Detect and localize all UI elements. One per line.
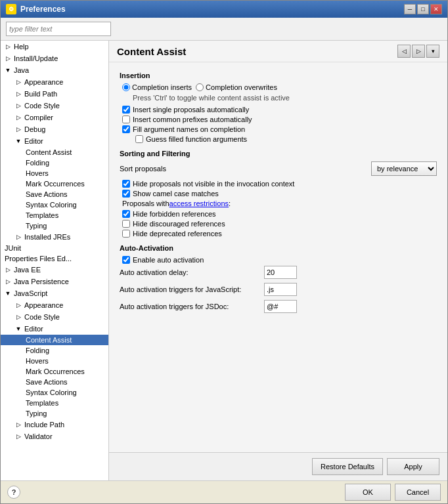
ok-cancel-buttons: OK Cancel xyxy=(345,484,441,501)
minimize-button[interactable]: ─ xyxy=(404,4,416,14)
ok-button[interactable]: OK xyxy=(345,484,391,501)
tree-label: Compiler xyxy=(23,114,53,121)
hide-discouraged-label[interactable]: Hide discouraged references xyxy=(122,220,225,228)
tree-item-saveactions-js[interactable]: Save Actions xyxy=(1,377,108,387)
tree-item-templates-js[interactable]: Templates xyxy=(1,398,108,408)
completion-overwrites-label[interactable]: Completion overwrites xyxy=(196,83,277,91)
tree-item-help[interactable]: ▷ Help xyxy=(1,41,108,52)
enable-auto-activation-label[interactable]: Enable auto activation xyxy=(122,256,204,264)
close-button[interactable]: ✕ xyxy=(430,4,442,14)
footer-bar: ? OK Cancel xyxy=(1,480,447,503)
right-body: Insertion Completion inserts Completion … xyxy=(109,62,447,452)
delay-input[interactable] xyxy=(264,266,297,279)
expand-icon: ▼ xyxy=(14,136,23,146)
tree-item-compiler[interactable]: ▷ Compiler xyxy=(1,112,108,123)
tree-item-typing-java[interactable]: Typing xyxy=(1,220,108,231)
tree-item-hovers-java[interactable]: Hovers xyxy=(1,168,108,178)
sort-proposals-select[interactable]: by relevance alphabetically xyxy=(371,161,437,176)
hide-discouraged-checkbox[interactable] xyxy=(122,220,130,228)
tree-item-editor-java[interactable]: ▼ Editor xyxy=(1,135,108,147)
apply-button[interactable]: Apply xyxy=(387,458,439,475)
proposals-prefix-text: Proposals with xyxy=(122,200,169,207)
tree-item-codestyle-java[interactable]: ▷ Code Style xyxy=(1,100,108,112)
hide-deprecated-text: Hide deprecated references xyxy=(133,230,222,238)
tree-item-markoccurrences-java[interactable]: Mark Occurrences xyxy=(1,178,108,189)
hide-proposals-checkbox[interactable] xyxy=(122,180,130,188)
tree-item-appearance-java[interactable]: ▷ Appearance xyxy=(1,76,108,88)
tree-item-properties-files[interactable]: Properties Files Ed... xyxy=(1,253,108,264)
guess-filled-checkbox[interactable] xyxy=(135,135,143,143)
insert-single-checkbox[interactable] xyxy=(122,106,130,114)
help-icon[interactable]: ? xyxy=(7,486,20,499)
tree-label: Hovers xyxy=(24,357,49,365)
tree-item-typing-js[interactable]: Typing xyxy=(1,408,108,419)
camel-case-checkbox[interactable] xyxy=(122,190,130,198)
tree-label: Debug xyxy=(23,125,45,133)
hide-deprecated-label[interactable]: Hide deprecated references xyxy=(122,230,222,238)
maximize-button[interactable]: □ xyxy=(417,4,429,14)
insert-common-label[interactable]: Insert common prefixes automatically xyxy=(122,116,252,123)
tree-item-install[interactable]: ▷ Install/Update xyxy=(1,52,108,64)
filter-input[interactable] xyxy=(6,22,111,36)
tree-label: Hovers xyxy=(24,169,49,177)
tree-item-contentassist-java[interactable]: Content Assist xyxy=(1,147,108,158)
insert-single-label[interactable]: Insert single proposals automatically xyxy=(122,106,249,114)
js-triggers-input[interactable] xyxy=(264,283,297,296)
guess-filled-label[interactable]: Guess filled function arguments xyxy=(135,135,247,143)
tree-item-templates-java[interactable]: Templates xyxy=(1,210,108,220)
tree-item-validator[interactable]: ▷ Validator xyxy=(1,430,108,442)
cancel-button[interactable]: Cancel xyxy=(395,484,441,501)
tree-item-saveactions-java[interactable]: Save Actions xyxy=(1,189,108,200)
tree-label: Build Path xyxy=(23,90,57,98)
tree-item-contentassist-js[interactable]: Content Assist xyxy=(1,335,108,345)
header-controls: ◁ ▷ ▾ xyxy=(397,45,439,58)
menu-button[interactable]: ▾ xyxy=(426,45,439,58)
page-title: Content Assist xyxy=(117,46,186,57)
hide-deprecated-checkbox[interactable] xyxy=(122,230,130,238)
tree-item-buildpath[interactable]: ▷ Build Path xyxy=(1,88,108,100)
jsdoc-triggers-input[interactable] xyxy=(264,300,297,313)
tree-item-codestyle-js[interactable]: ▷ Code Style xyxy=(1,311,108,323)
tree-item-includepath[interactable]: ▷ Include Path xyxy=(1,419,108,430)
completion-inserts-radio[interactable] xyxy=(122,83,130,91)
tree-item-java[interactable]: ▼ Java xyxy=(1,64,108,76)
forward-button[interactable]: ▷ xyxy=(412,45,425,58)
fill-argument-checkbox[interactable] xyxy=(122,125,130,133)
restore-defaults-button[interactable]: Restore Defaults xyxy=(312,458,383,475)
hide-forbidden-checkbox[interactable] xyxy=(122,210,130,218)
tree-item-markoccurrences-js[interactable]: Mark Occurrences xyxy=(1,366,108,377)
hide-proposals-text: Hide proposals not visible in the invoca… xyxy=(133,180,294,188)
tree-item-appearance-js[interactable]: ▷ Appearance xyxy=(1,299,108,311)
camel-case-label[interactable]: Show camel case matches xyxy=(122,190,219,198)
tree-item-folding-java[interactable]: Folding xyxy=(1,158,108,168)
tree-item-editor-js[interactable]: ▼ Editor xyxy=(1,323,108,335)
tree-item-junit[interactable]: JUnit xyxy=(1,243,108,253)
insert-common-checkbox[interactable] xyxy=(122,116,130,123)
tree-item-debug[interactable]: ▷ Debug xyxy=(1,123,108,135)
tree-item-installedjres[interactable]: ▷ Installed JREs xyxy=(1,231,108,243)
hide-forbidden-label[interactable]: Hide forbidden references xyxy=(122,210,216,218)
jsdoc-triggers-row: Auto activation triggers for JSDoc: xyxy=(120,300,437,313)
tree-label: Folding xyxy=(24,346,49,354)
tree-item-syntaxcoloring-java[interactable]: Syntax Coloring xyxy=(1,200,108,210)
js-triggers-label: Auto activation triggers for JavaScript: xyxy=(120,285,264,293)
tree-item-javascript[interactable]: ▼ JavaScript xyxy=(1,287,108,299)
tree-label: Save Actions xyxy=(24,378,68,386)
tree-item-syntaxcoloring-js[interactable]: Syntax Coloring xyxy=(1,387,108,398)
completion-overwrites-radio[interactable] xyxy=(196,83,204,91)
enable-auto-activation-checkbox[interactable] xyxy=(122,256,130,264)
fill-argument-label[interactable]: Fill argument names on completion xyxy=(122,125,245,133)
tree-item-javaee[interactable]: ▷ Java EE xyxy=(1,264,108,276)
completion-inserts-label[interactable]: Completion inserts xyxy=(122,83,192,91)
filter-bar xyxy=(1,18,447,41)
tree-item-javapersistence[interactable]: ▷ Java Persistence xyxy=(1,276,108,287)
tree-item-folding-js[interactable]: Folding xyxy=(1,345,108,356)
ctrl-hint-text: Press 'Ctrl' to toggle while content ass… xyxy=(133,94,437,102)
hide-proposals-label[interactable]: Hide proposals not visible in the invoca… xyxy=(122,180,294,188)
tree-item-hovers-js[interactable]: Hovers xyxy=(1,356,108,366)
expand-icon: ▷ xyxy=(14,420,23,429)
tree-label: Appearance xyxy=(23,301,63,309)
sorting-section-title: Sorting and Filtering xyxy=(120,150,437,158)
back-button[interactable]: ◁ xyxy=(397,45,411,58)
access-restrictions-link[interactable]: access restrictions xyxy=(169,200,229,207)
